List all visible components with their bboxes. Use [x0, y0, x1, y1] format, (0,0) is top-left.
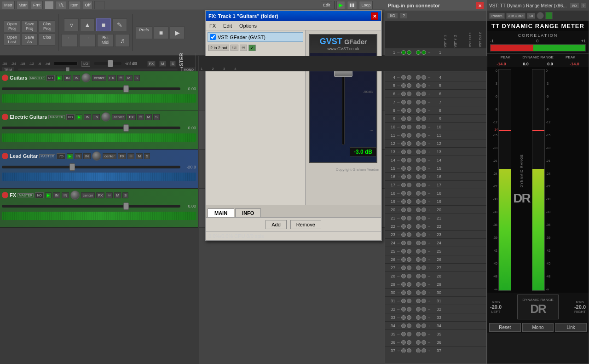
track-lead-fader[interactable]	[69, 163, 75, 171]
track-eguitar-fader[interactable]	[123, 124, 129, 132]
track-lead-m[interactable]: M	[136, 153, 143, 159]
close-proj-btn[interactable]: ClosProj	[39, 20, 55, 32]
pin-dot-out2-10[interactable]	[422, 125, 426, 129]
track-guitars-in[interactable]: IN	[64, 75, 71, 81]
plugin-send-recv[interactable]: 2 in 2 out	[208, 45, 229, 51]
pin-dot-in2-34[interactable]	[407, 324, 411, 328]
track-fx-s[interactable]: S	[122, 192, 128, 198]
track-eguitar-m[interactable]: M	[145, 114, 152, 120]
pin-dot-in2-11[interactable]	[407, 133, 411, 138]
pin-dot-out1-14[interactable]	[416, 158, 421, 162]
pin-dot-out2-37[interactable]	[422, 348, 426, 353]
pin-dot-out1-6[interactable]	[416, 92, 421, 96]
settings-icon[interactable]: ▶	[170, 26, 185, 39]
pencil-icon[interactable]: ✎	[112, 18, 127, 31]
master-s-btn[interactable]: S	[170, 61, 176, 67]
tt-send-recv[interactable]: 2 in 2 out	[506, 13, 526, 19]
track-guitars-knob[interactable]	[81, 73, 91, 82]
pin-close-btn[interactable]: ✕	[476, 2, 484, 9]
track-guitars-io[interactable]: I/O	[46, 75, 55, 81]
pin-dot-in1-27[interactable]	[401, 266, 406, 270]
pin-dot-out2-36[interactable]	[422, 340, 426, 345]
fx-menu-edit[interactable]: Edit	[221, 22, 234, 29]
pin-dot-out2-7[interactable]	[422, 100, 426, 104]
pin-dot-out1-28[interactable]	[416, 274, 421, 278]
pin-dot-out1-29[interactable]	[416, 282, 421, 287]
tt-ui-btn[interactable]: UI	[527, 13, 535, 19]
pin-dot-in1-33[interactable]	[401, 315, 406, 320]
track-fx-in2[interactable]: IN	[62, 192, 69, 198]
track-eguitar-center[interactable]: center	[112, 114, 126, 120]
pin-dot-out2-20[interactable]	[422, 208, 426, 212]
pin-dot-out2-17[interactable]	[422, 183, 426, 187]
fx-menu-options[interactable]: Options	[237, 22, 259, 29]
track-eguitar-knob[interactable]	[101, 112, 110, 121]
pin-dot-out1-15[interactable]	[416, 166, 421, 171]
play-btn[interactable]: ▶	[336, 1, 345, 9]
pin-dot-in1-30[interactable]	[401, 290, 406, 295]
pin-dot-out2-22[interactable]	[422, 224, 426, 229]
pin-dot-in2-4[interactable]	[407, 75, 411, 80]
toolbar-edit[interactable]: Edit	[321, 1, 333, 9]
pin-dot-in1-13[interactable]	[401, 150, 406, 154]
pin-dot-in1-16[interactable]	[401, 174, 406, 179]
pin-dot-out1-4[interactable]	[416, 75, 421, 80]
pin-dot-in2-24[interactable]	[407, 241, 411, 245]
pin-dot-in2-7[interactable]	[407, 100, 411, 104]
toolbar-frnt[interactable]: Frnt	[31, 1, 43, 9]
pin-dot-out1-37[interactable]	[416, 348, 421, 353]
track-fx-m[interactable]: M	[114, 192, 121, 198]
track-fx-center[interactable]: center	[81, 192, 95, 198]
pin-dot-in2-15[interactable]	[407, 166, 411, 171]
pin-dot-out2-14[interactable]	[422, 158, 426, 162]
toolbar-item[interactable]: Item	[68, 1, 81, 9]
pin-dot-out1-31[interactable]	[416, 299, 421, 303]
pin-dot-out2-4[interactable]	[422, 75, 426, 80]
track-guitars-m[interactable]: M	[126, 75, 133, 81]
pin-dot-out1-7[interactable]	[416, 100, 421, 104]
pin-dot-out2-35[interactable]	[422, 332, 426, 336]
pin-dot-out2-15[interactable]	[422, 166, 426, 171]
pin-help-btn[interactable]: ?	[400, 12, 408, 19]
pin-dot-out1-8[interactable]	[416, 108, 421, 113]
pin-dot-out1-12[interactable]	[416, 141, 421, 146]
fx-tab-main[interactable]: MAIN	[208, 208, 234, 217]
pin-dot-out2-26[interactable]	[422, 257, 426, 262]
pin-dot-in2-31[interactable]	[407, 299, 411, 303]
fx-plugin-checkbox[interactable]	[210, 34, 216, 40]
track-guitars-fx[interactable]: FX	[108, 75, 116, 81]
pin-dot-in1-37[interactable]	[401, 348, 406, 353]
pin-dot-in2-32[interactable]	[407, 307, 411, 312]
track-lead-io[interactable]: I/O	[57, 153, 65, 159]
master-m-btn[interactable]: M	[159, 61, 166, 67]
track-fx-play[interactable]: ▶	[45, 192, 52, 198]
pin-dot-in2-14[interactable]	[407, 158, 411, 162]
pin-dot-out2-30[interactable]	[422, 290, 426, 295]
track-guitars-center[interactable]: center	[92, 75, 106, 81]
pin-dot-out2-18[interactable]	[422, 191, 426, 196]
pin-dot-in1-24[interactable]	[401, 241, 406, 245]
fx-tab-info[interactable]: INFO	[235, 208, 261, 217]
pin-dot-out1-22[interactable]	[416, 224, 421, 229]
track-guitars-fader[interactable]	[123, 85, 129, 92]
shield-icon[interactable]: ■	[154, 26, 168, 39]
pin-dot-in2-26[interactable]	[407, 257, 411, 262]
pin-dot-in1-4[interactable]	[401, 75, 406, 80]
pin-dot-in1-17[interactable]	[401, 183, 406, 187]
pin-dot-in2-9[interactable]	[407, 116, 411, 121]
metronome-icon[interactable]: ♬	[115, 34, 130, 47]
pin-dot-in1-25[interactable]	[401, 249, 406, 254]
pin-dot-out2-24[interactable]	[422, 241, 426, 245]
pin-dot-out2-8[interactable]	[422, 108, 426, 113]
track-lead-s[interactable]: S	[144, 153, 150, 159]
master-io-btn[interactable]: I/O	[81, 61, 90, 67]
fx-close-btn[interactable]: ✕	[371, 12, 378, 20]
track-fx-rec[interactable]	[2, 192, 8, 198]
pin-dot-out1-23[interactable]	[416, 232, 421, 237]
pin-dot-in2-6[interactable]	[407, 92, 411, 96]
undo-btn[interactable]: ←	[61, 34, 78, 47]
pin-dot-in1-7[interactable]	[401, 100, 406, 104]
toolbar-tl[interactable]: T/L	[56, 1, 66, 9]
track-fx-fx[interactable]: FX	[96, 192, 104, 198]
pin-dot-out2-21[interactable]	[422, 216, 426, 220]
